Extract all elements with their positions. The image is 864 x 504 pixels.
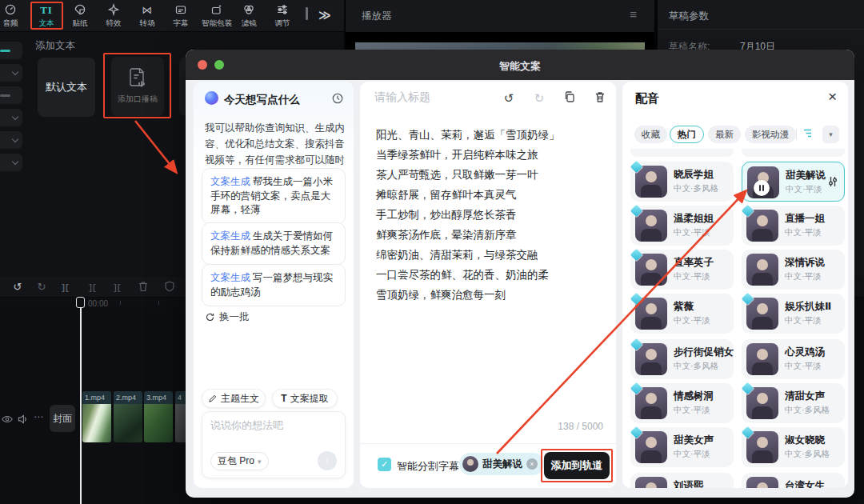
player-panel-title: 播放器 (362, 10, 392, 23)
copy-icon[interactable] (562, 90, 578, 106)
document-audio-icon (128, 67, 147, 90)
voice-card[interactable]: 直率英子 中文·平淡 (630, 250, 734, 290)
filter-dropdown[interactable]: ▾ (822, 126, 839, 143)
voice-card[interactable]: 刘语熙 (630, 473, 734, 488)
voice-card[interactable]: 清甜女声 中文·多风格 (742, 383, 845, 423)
title-input[interactable] (374, 90, 494, 103)
transition-icon: ⋈ (130, 3, 165, 18)
remove-voice-icon[interactable]: × (526, 458, 538, 470)
voice-card[interactable]: 温柔姐姐 中文·平淡 (630, 206, 734, 246)
cover-button[interactable]: 封面 (50, 405, 75, 432)
filter-hot[interactable]: 热门 (670, 126, 704, 143)
copy-extract-button[interactable]: T文案提取 (272, 389, 338, 408)
voice-avatar (746, 477, 778, 488)
history-clock-icon[interactable] (331, 92, 344, 108)
voiceover-column: 配音 × 收藏 热门 最新 影视动漫 ▾ 晓辰学姐 中文·多风格 甜美解说 中文… (622, 82, 848, 488)
copy-text-area[interactable]: 阳光、青山、茉莉，邂逅「雪顶奶绿」 当季绿茶鲜叶，开启纯粹本味之旅 茶人严苛甄选… (376, 130, 603, 310)
sidebar-item-clipped[interactable] (0, 42, 22, 59)
clip-thumbnail (82, 404, 111, 442)
voice-avatar (635, 210, 667, 242)
voice-card[interactable]: 台湾女生 (742, 473, 845, 488)
effects-star-icon (96, 3, 131, 18)
pause-icon[interactable] (754, 180, 770, 196)
playhead-handle[interactable] (76, 297, 85, 308)
filter-favorites[interactable]: 收藏 (634, 126, 667, 143)
add-voiceover-script-button[interactable]: 添加口播稿 (111, 57, 164, 116)
track-mute-speaker-icon[interactable] (18, 414, 28, 426)
model-selector[interactable]: 豆包 Pro ▾ (210, 452, 269, 470)
undo-icon[interactable]: ↺ (10, 280, 25, 294)
toolbar-item-audio[interactable]: 音频 (0, 3, 28, 30)
voice-avatar (635, 431, 667, 463)
redo-icon[interactable]: ↻ (34, 280, 49, 294)
sticker-icon (62, 3, 98, 18)
timeline-clip[interactable]: 3.mp4 (144, 391, 173, 442)
refresh-batch-button[interactable]: 换一批 (205, 310, 250, 324)
text-tool-icon: TI (29, 3, 64, 18)
voice-card[interactable]: 淑女晓晓 中文·多风格 (742, 427, 845, 467)
toolbar-item-adjust[interactable]: 调节 (265, 3, 300, 30)
default-text-button[interactable]: 默认文本 (38, 58, 95, 117)
split-icon[interactable]: ][ (58, 280, 73, 294)
voice-card[interactable]: 紫薇 中文·平淡 (630, 294, 734, 334)
voice-avatar (746, 387, 778, 419)
sidebar-item-clipped[interactable] (0, 86, 22, 104)
voice-avatar (635, 298, 667, 330)
split-right-icon[interactable]: ][ (110, 280, 125, 294)
dialog-title: 智能文案 (186, 59, 854, 74)
editor-column: ↺ ↻ 阳光、青山、茉莉，邂逅「雪顶奶绿」 当季绿茶鲜叶，开启纯粹本味之旅 茶人… (360, 82, 616, 488)
toolbar-item-sticker[interactable]: 贴纸 (62, 3, 98, 30)
toolbar-item-captions[interactable]: 字幕 (163, 3, 198, 30)
toolbar-item-transition[interactable]: ⋈ 转场 (130, 3, 165, 30)
voice-card[interactable]: 甜美女声 中文·平淡 (630, 427, 734, 467)
close-icon[interactable]: × (828, 88, 837, 106)
filter-film-anime[interactable]: 影视动漫 (745, 126, 796, 143)
filter-newest[interactable]: 最新 (708, 126, 741, 143)
delete-icon[interactable] (136, 280, 150, 294)
voice-avatar (746, 254, 778, 286)
track-more-icon[interactable]: ⋯ (34, 411, 43, 422)
timeline-clip[interactable]: 2.mp4 (114, 391, 142, 442)
sidebar-item-clipped[interactable] (0, 109, 22, 126)
voice-card[interactable]: 娱乐扒妹Ⅱ 中文·平淡 (742, 294, 845, 334)
undo-icon[interactable]: ↺ (501, 90, 517, 106)
voice-card[interactable]: 心灵鸡汤 中文·平淡 (742, 339, 845, 379)
toolbar-more-icon[interactable]: ≫ (318, 8, 331, 22)
divider (360, 443, 616, 444)
smart-split-checkbox[interactable]: ✓ (378, 458, 391, 471)
voice-card[interactable]: 晓辰学姐 中文·多风格 (630, 162, 734, 202)
sidebar-item-clipped[interactable] (0, 131, 22, 149)
track-visibility-eye-icon[interactable] (2, 414, 13, 426)
add-to-track-button[interactable]: 添加到轨道 (544, 452, 610, 479)
trash-icon[interactable] (592, 90, 608, 106)
suggestion-card[interactable]: 文案生成生成关于爱情如何保持新鲜感的情感关系文案 (202, 222, 346, 265)
timeline-clip[interactable]: 1.mp4 (82, 391, 111, 442)
toolbar-item-effects[interactable]: 特效 (96, 3, 131, 30)
filters-icon (231, 3, 266, 18)
mask-shield-icon[interactable] (162, 280, 177, 294)
redo-icon[interactable]: ↻ (531, 90, 547, 106)
voice-avatar (635, 477, 667, 488)
split-left-icon[interactable]: ][ (86, 280, 100, 294)
video-frame-strip (355, 42, 645, 50)
topic-generate-button[interactable]: 主题生文 (202, 389, 266, 408)
player-menu-icon[interactable]: ≡ (630, 7, 637, 21)
suggestion-card[interactable]: 文案生成帮我生成一篇小米手环的营销文案，卖点是大屏幕，轻薄 (202, 168, 346, 225)
selected-voice-chip[interactable]: 甜美解说 × (459, 453, 544, 475)
voice-card-selected[interactable]: 甜美解说 中文·平淡 (742, 162, 845, 202)
sort-filter-icon[interactable] (802, 127, 815, 143)
voice-card[interactable]: 深情诉说 中文·平淡 (742, 250, 845, 290)
voice-card[interactable]: 直播一姐 中文·平淡 (742, 206, 845, 246)
suggestion-card[interactable]: 文案生成写一篇梦想与现实的励志鸡汤 (202, 264, 346, 306)
toolbar-item-filters[interactable]: 滤镜 (231, 3, 266, 30)
send-button[interactable]: ↑ (318, 451, 337, 470)
voice-card[interactable]: 步行街促销女 中文·多风格 (630, 339, 734, 379)
chevron-down-icon (12, 136, 18, 142)
sidebar-item-clipped[interactable] (0, 64, 22, 82)
idea-input[interactable] (210, 418, 338, 446)
voice-avatar (635, 387, 667, 419)
toolbar-item-text[interactable]: TI 文本 (29, 3, 64, 30)
voice-card[interactable]: 情感树洞 中文·平淡 (630, 383, 734, 423)
sidebar-item-clipped[interactable] (0, 154, 22, 171)
voice-tune-icon[interactable] (827, 175, 838, 191)
